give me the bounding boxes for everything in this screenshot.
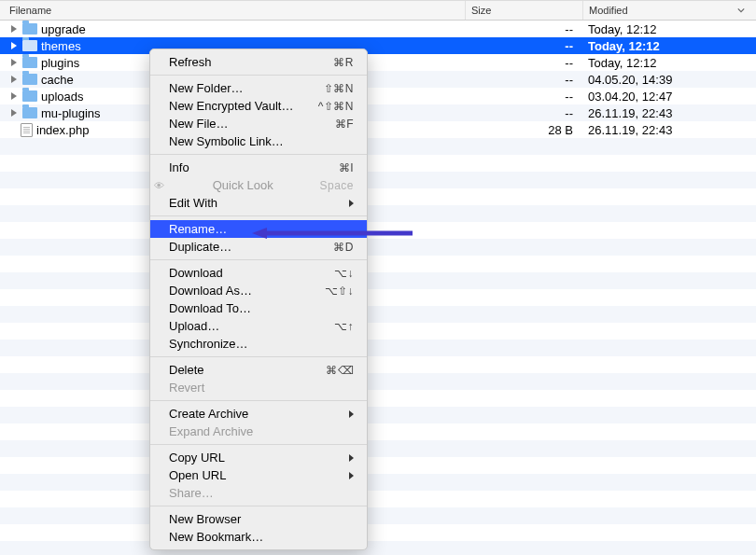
menu-item-download-as[interactable]: Download As…⌥⇧↓ (150, 282, 367, 299)
empty-row (0, 474, 756, 491)
menu-item-label: Upload… (169, 319, 219, 333)
menu-item-download-to[interactable]: Download To… (150, 299, 367, 317)
menu-item-label: New Browser (169, 512, 241, 526)
menu-item-open-url[interactable]: Open URL (150, 466, 367, 484)
submenu-arrow-icon (349, 454, 354, 462)
svg-marker-4 (11, 92, 17, 100)
file-row[interactable]: index.php28 B26.11.19, 22:43 (0, 121, 756, 138)
context-menu: Refresh⌘RNew Folder…⇧⌘NNew Encrypted Vau… (149, 49, 368, 550)
empty-row (0, 205, 756, 222)
disclosure-triangle-icon[interactable] (9, 41, 19, 50)
svg-marker-3 (11, 76, 17, 83)
cell-size: -- (465, 106, 582, 120)
submenu-arrow-icon (349, 472, 354, 479)
file-name-label: plugins (41, 56, 79, 70)
file-row[interactable]: plugins--Today, 12:12 (0, 54, 756, 71)
menu-item-label: Open URL (169, 468, 226, 482)
menu-item-download[interactable]: Download⌥↓ (150, 264, 367, 282)
cell-size: -- (465, 22, 582, 36)
menu-item-rename[interactable]: Rename… (150, 220, 367, 238)
file-name-label: mu-plugins (41, 106, 101, 120)
menu-item-label: Delete (169, 363, 204, 377)
menu-shortcut: ⌘R (333, 56, 354, 69)
column-header-filename[interactable]: Filename (0, 5, 465, 16)
disclosure-triangle-icon[interactable] (9, 91, 19, 101)
menu-shortcut: ⌥↓ (334, 267, 354, 280)
file-row[interactable]: mu-plugins--26.11.19, 22:43 (0, 104, 756, 121)
empty-row (0, 457, 756, 474)
disclosure-triangle-icon[interactable] (9, 24, 19, 34)
eye-icon: 👁 (154, 180, 164, 191)
menu-separator (150, 154, 367, 155)
menu-item-new-bookmark[interactable]: New Bookmark… (150, 528, 367, 546)
empty-row (0, 256, 756, 272)
menu-item-upload[interactable]: Upload…⌥↑ (150, 317, 367, 335)
column-header-size-label: Size (471, 5, 491, 16)
menu-shortcut: ⌥↑ (334, 320, 354, 333)
file-name-label: themes (41, 39, 81, 53)
file-row[interactable]: themes--Today, 12:12 (0, 37, 756, 54)
empty-row (0, 272, 756, 289)
folder-icon (22, 57, 37, 68)
cell-modified: Today, 12:12 (582, 56, 756, 70)
menu-item-label: Copy URL (169, 451, 225, 465)
column-header-row: Filename Size Modified (0, 0, 756, 21)
empty-row (0, 172, 756, 188)
submenu-arrow-icon (349, 410, 354, 418)
menu-item-label: Edit With (169, 196, 217, 210)
menu-separator (150, 400, 367, 401)
folder-icon (22, 23, 37, 35)
column-header-modified-label: Modified (589, 5, 628, 16)
menu-item-new-file[interactable]: New File…⌘F (150, 115, 367, 132)
menu-separator (150, 506, 367, 506)
menu-item-delete[interactable]: Delete⌘⌫ (150, 361, 367, 379)
svg-marker-5 (11, 109, 17, 117)
menu-item-share: Share… (150, 484, 367, 502)
menu-shortcut: ⇧⌘N (324, 82, 354, 95)
empty-row (0, 323, 756, 340)
menu-item-label: Revert (169, 381, 204, 395)
menu-item-info[interactable]: Info⌘I (150, 159, 367, 176)
menu-item-refresh[interactable]: Refresh⌘R (150, 53, 367, 71)
menu-item-quick-look: 👁Quick LookSpace (150, 176, 367, 194)
file-row[interactable]: upgrade--Today, 12:12 (0, 21, 756, 37)
disclosure-triangle-icon[interactable] (9, 108, 19, 118)
cell-filename: upgrade (0, 22, 465, 36)
disclosure-triangle-icon[interactable] (9, 75, 19, 84)
file-name-label: uploads (41, 90, 84, 104)
menu-item-copy-url[interactable]: Copy URL (150, 449, 367, 466)
column-header-size[interactable]: Size (465, 1, 582, 20)
menu-item-new-encrypted-vault[interactable]: New Encrypted Vault…^⇧⌘N (150, 97, 367, 115)
empty-row (0, 390, 756, 407)
empty-row (0, 306, 756, 323)
submenu-arrow-icon (349, 200, 354, 207)
menu-item-new-symbolic-link[interactable]: New Symbolic Link… (150, 132, 367, 150)
cell-size: -- (465, 56, 582, 70)
empty-row (0, 524, 756, 541)
empty-row (0, 407, 756, 423)
menu-item-label: Download To… (169, 301, 251, 315)
menu-shortcut: ⌘⌫ (326, 364, 354, 377)
menu-item-create-archive[interactable]: Create Archive (150, 405, 367, 423)
menu-item-new-browser[interactable]: New Browser (150, 510, 367, 528)
menu-item-synchronize[interactable]: Synchronize… (150, 335, 367, 353)
empty-row (0, 373, 756, 390)
file-row[interactable]: uploads--03.04.20, 12:47 (0, 88, 756, 104)
disclosure-triangle-icon[interactable] (9, 58, 19, 67)
empty-row (0, 507, 756, 524)
file-row[interactable]: cache--04.05.20, 14:39 (0, 71, 756, 88)
menu-item-label: Info (169, 160, 189, 174)
menu-separator (150, 259, 367, 260)
menu-item-duplicate[interactable]: Duplicate…⌘D (150, 238, 367, 256)
menu-item-label: Share… (169, 486, 214, 500)
menu-item-revert: Revert (150, 379, 367, 396)
cell-size: -- (465, 73, 582, 87)
menu-item-label: Download As… (169, 284, 252, 298)
sort-indicator-icon (737, 7, 745, 14)
menu-item-label: Download (169, 266, 223, 280)
menu-item-new-folder[interactable]: New Folder…⇧⌘N (150, 79, 367, 97)
menu-shortcut: ⌘D (333, 241, 354, 254)
menu-item-label: New File… (169, 117, 229, 131)
menu-item-edit-with[interactable]: Edit With (150, 194, 367, 212)
column-header-modified[interactable]: Modified (582, 1, 756, 20)
